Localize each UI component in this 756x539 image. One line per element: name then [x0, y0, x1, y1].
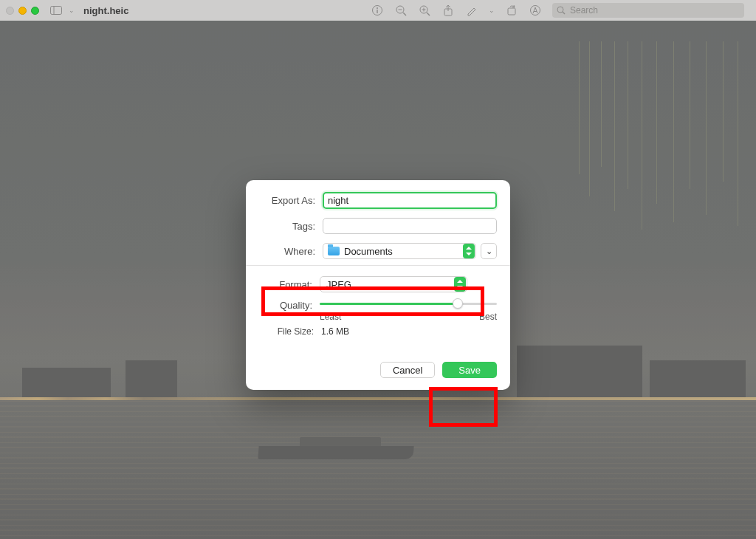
- app-toolbar: ⌄ night.heic ⌄ Search: [0, 0, 756, 21]
- expand-location-button[interactable]: ⌄: [481, 243, 497, 259]
- format-select[interactable]: JPEG: [320, 276, 467, 292]
- info-icon[interactable]: [371, 4, 384, 17]
- quality-row: Quality: Least Best: [256, 298, 497, 322]
- stepper-icon: [463, 244, 475, 258]
- format-label: Format:: [256, 279, 320, 290]
- export-as-label: Export As:: [259, 195, 323, 206]
- quality-label: Quality:: [256, 298, 320, 311]
- document-title: night.heic: [83, 5, 128, 16]
- save-button[interactable]: Save: [442, 362, 497, 378]
- minimize-window-button[interactable]: [18, 7, 27, 15]
- svg-line-17: [563, 12, 565, 14]
- svg-rect-0: [51, 7, 62, 15]
- sheet-divider: [246, 265, 510, 266]
- tags-row: Tags:: [259, 218, 497, 234]
- svg-point-16: [557, 7, 563, 13]
- stepper-icon: [454, 277, 466, 292]
- tags-field[interactable]: [323, 218, 497, 234]
- format-value: JPEG: [326, 279, 351, 290]
- filesize-value: 1.6 MB: [321, 326, 497, 337]
- quality-max-label: Best: [479, 312, 497, 322]
- zoom-in-icon[interactable]: [418, 4, 431, 17]
- svg-line-6: [403, 13, 406, 16]
- format-row: Format: JPEG: [256, 276, 497, 292]
- where-label: Where:: [259, 246, 323, 257]
- fullscreen-window-button[interactable]: [31, 7, 39, 15]
- search-field[interactable]: Search: [552, 3, 744, 18]
- window-controls: [6, 7, 39, 15]
- tags-label: Tags:: [259, 221, 323, 232]
- quality-slider[interactable]: [320, 298, 497, 309]
- export-sheet: Export As: Tags: Where: Documents ⌄: [246, 180, 510, 390]
- svg-rect-14: [508, 8, 515, 15]
- sidebar-chevron-icon[interactable]: ⌄: [69, 7, 75, 14]
- export-as-row: Export As:: [259, 192, 497, 209]
- close-window-button[interactable]: [6, 7, 14, 15]
- svg-line-9: [427, 13, 430, 16]
- filesize-label: File Size:: [268, 326, 321, 337]
- markup-icon[interactable]: [465, 4, 478, 17]
- where-select[interactable]: Documents: [323, 243, 476, 259]
- rotate-icon[interactable]: [505, 4, 518, 17]
- svg-point-3: [377, 7, 378, 9]
- search-placeholder: Search: [570, 5, 598, 16]
- where-value: Documents: [344, 246, 393, 257]
- chevron-down-icon: ⌄: [486, 247, 492, 256]
- folder-icon: [328, 247, 340, 255]
- zoom-out-icon[interactable]: [394, 4, 408, 17]
- search-icon: [557, 6, 566, 15]
- share-icon[interactable]: [441, 4, 455, 17]
- cancel-button[interactable]: Cancel: [380, 362, 435, 378]
- export-as-field[interactable]: [323, 192, 497, 209]
- svg-rect-4: [377, 10, 377, 13]
- filesize-row: File Size: 1.6 MB: [268, 326, 497, 337]
- sidebar-toggle-icon[interactable]: [49, 4, 63, 17]
- markup-chevron-icon[interactable]: ⌄: [489, 7, 495, 14]
- text-recognition-icon[interactable]: [529, 4, 542, 17]
- where-row: Where: Documents ⌄: [259, 243, 497, 259]
- quality-min-label: Least: [320, 312, 341, 322]
